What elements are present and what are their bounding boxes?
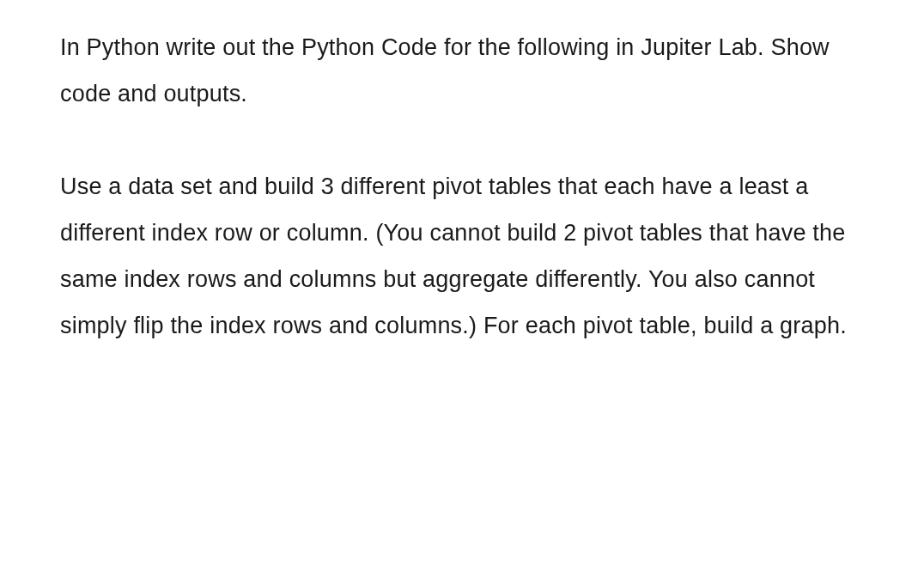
instruction-paragraph-1: In Python write out the Python Code for … (60, 24, 864, 117)
instruction-paragraph-2: Use a data set and build 3 different piv… (60, 163, 864, 349)
